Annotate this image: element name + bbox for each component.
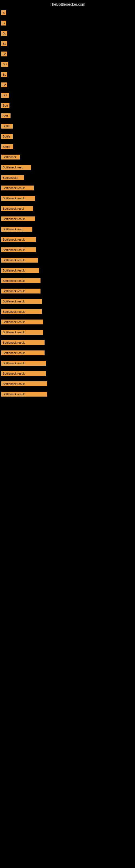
bottleneck-result-label: Bott (1, 113, 10, 118)
bottleneck-result-label: Bo (1, 41, 7, 46)
bottleneck-result-label: Bottle (1, 134, 13, 139)
bottleneck-result-label: Bottleneck resu (1, 227, 32, 231)
site-title: TheBottlenecker.com (0, 0, 135, 8)
list-item: Bott (0, 100, 135, 111)
bottleneck-result-label: Bottleneck result (1, 247, 36, 252)
bottleneck-result-label: Bottleneck result (1, 309, 42, 314)
list-item: Bottleneck result (0, 193, 135, 204)
bottleneck-result-label: Bottleneck result (1, 392, 47, 397)
list-item: Bottleneck resu (0, 224, 135, 235)
bottleneck-result-label: Bo (1, 31, 7, 36)
list-item: Bottleneck result (0, 296, 135, 307)
list-item: Bottle (0, 121, 135, 131)
bottleneck-result-label: Bot (1, 62, 8, 67)
bottleneck-result-label: Bottleneck r (1, 175, 24, 180)
bottleneck-result-label: Bottleneck result (1, 350, 45, 355)
bottleneck-result-label: Bottleneck result (1, 278, 41, 283)
list-item: B (0, 18, 135, 28)
bottleneck-result-label: Bo (1, 83, 7, 87)
bottleneck-result-label: Bottleneck result (1, 258, 38, 262)
list-item: Bottleneck result (0, 337, 135, 348)
bottleneck-result-label: Bottleneck (1, 155, 20, 159)
bottleneck-result-label: Bottleneck result (1, 289, 41, 293)
bottleneck-result-label: Bottleneck result (1, 361, 46, 366)
list-item: Bottleneck resul (0, 204, 135, 214)
list-item: Bottleneck result (0, 317, 135, 327)
list-item: Bo (0, 80, 135, 90)
bottleneck-result-label: B (1, 21, 6, 26)
bottleneck-result-label: Bottleneck result (1, 299, 42, 304)
bottleneck-result-label: Bottleneck result (1, 196, 35, 201)
list-item: Bottleneck result (0, 245, 135, 255)
list-item: Bottleneck result (0, 368, 135, 379)
bottleneck-result-label: Bott (1, 103, 9, 108)
bottleneck-result-label: Bot (1, 93, 9, 98)
list-item: Bottleneck result (0, 286, 135, 296)
list-item: Bottleneck result (0, 389, 135, 399)
list-item: Bottleneck result (0, 265, 135, 276)
list-item: Bottleneck result (0, 348, 135, 358)
bottleneck-result-label: Bottleneck result (1, 237, 36, 242)
bottleneck-result-label: Bo (1, 72, 7, 77)
list-item: Bottleneck result (0, 183, 135, 193)
bottleneck-result-label: Bottleneck result (1, 268, 39, 273)
list-item: Bottleneck result (0, 358, 135, 368)
bottleneck-result-label: Bottleneck result (1, 330, 43, 335)
list-item: Bottleneck resu (0, 162, 135, 173)
bottleneck-result-label: Bottleneck result (1, 381, 47, 386)
list-item: Bottleneck result (0, 214, 135, 224)
bottleneck-result-label: Bottleneck result (1, 216, 35, 221)
list-item: Bottleneck result (0, 255, 135, 265)
list-item: Bottleneck result (0, 276, 135, 286)
list-item: Bottle (0, 142, 135, 152)
list-item: B (0, 8, 135, 18)
bottleneck-result-label: Bottleneck resul (1, 206, 33, 211)
list-item: Bo (0, 69, 135, 80)
bottleneck-result-label: Bo (1, 52, 7, 56)
list-item: Bo (0, 38, 135, 49)
list-item: Bo (0, 49, 135, 59)
list-item: Bottleneck result (0, 379, 135, 389)
list-item: Bot (0, 59, 135, 69)
list-item: Bottleneck result (0, 235, 135, 245)
list-item: Bottleneck r (0, 173, 135, 183)
list-item: Bottleneck (0, 152, 135, 162)
list-item: Bottleneck result (0, 327, 135, 337)
list-item: Bottleneck result (0, 307, 135, 317)
bottleneck-result-label: B (1, 10, 6, 15)
list-item: Bot (0, 90, 135, 100)
list-item: Bottle (0, 131, 135, 142)
bottleneck-result-label: Bottle (1, 124, 13, 129)
bottleneck-result-label: Bottle (1, 144, 13, 149)
bottleneck-result-label: Bottleneck result (1, 340, 45, 345)
bottleneck-result-label: Bottleneck result (1, 371, 46, 376)
list-item: Bo (0, 28, 135, 38)
bottleneck-result-label: Bottleneck result (1, 186, 34, 190)
bottleneck-result-label: Bottleneck result (1, 319, 43, 324)
list-item: Bott (0, 111, 135, 121)
bottleneck-result-label: Bottleneck resu (1, 165, 31, 170)
